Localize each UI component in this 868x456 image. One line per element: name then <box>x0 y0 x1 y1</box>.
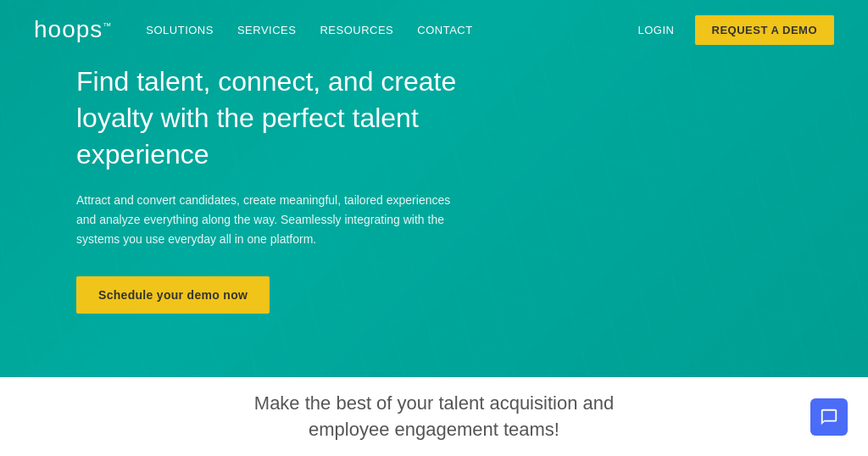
nav-item-resources[interactable]: RESOURCES <box>320 24 393 36</box>
header-actions: LOGIN REQUEST A DEMO <box>638 15 834 45</box>
hero-title: Find talent, connect, and create loyalty… <box>76 64 466 174</box>
hero-subtitle: Attract and convert candidates, create m… <box>76 191 466 249</box>
schedule-demo-button[interactable]: Schedule your demo now <box>76 276 270 314</box>
main-nav: SOLUTIONS SERVICES RESOURCES CONTACT <box>146 24 637 36</box>
hero-section: hoops™ SOLUTIONS SERVICES RESOURCES CONT… <box>0 0 868 377</box>
chat-button[interactable] <box>810 398 848 436</box>
chat-icon <box>820 408 838 426</box>
request-demo-button[interactable]: REQUEST A DEMO <box>695 15 835 45</box>
bottom-section: Make the best of your talent acquisition… <box>0 377 868 456</box>
site-logo[interactable]: hoops™ <box>34 16 112 43</box>
hero-content: Find talent, connect, and create loyalty… <box>0 64 542 314</box>
bottom-tagline: Make the best of your talent acquisition… <box>254 391 614 443</box>
login-button[interactable]: LOGIN <box>638 24 675 36</box>
bottom-text-line2: employee engagement teams! <box>309 419 559 440</box>
logo-trademark: ™ <box>103 21 112 31</box>
nav-item-contact[interactable]: CONTACT <box>417 24 472 36</box>
bottom-text-line1: Make the best of your talent acquisition… <box>254 392 614 414</box>
logo-text: hoops <box>34 16 103 42</box>
nav-item-services[interactable]: SERVICES <box>237 24 297 36</box>
nav-item-solutions[interactable]: SOLUTIONS <box>146 24 214 36</box>
site-header: hoops™ SOLUTIONS SERVICES RESOURCES CONT… <box>0 0 868 59</box>
